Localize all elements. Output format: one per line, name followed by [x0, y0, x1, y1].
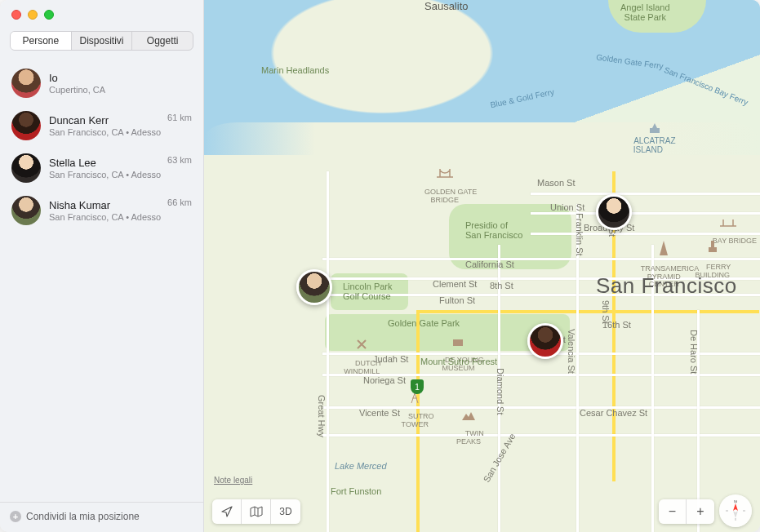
svg-marker-6: [462, 412, 475, 420]
svg-marker-4: [660, 241, 668, 255]
map-icon: [250, 506, 263, 517]
poi-marin: Marin Headlands: [261, 65, 329, 75]
street-label: Clement St: [433, 279, 477, 289]
locate-icon: [221, 506, 233, 517]
poi-merced: Lake Merced: [335, 461, 387, 471]
list-item-body: Duncan Kerr San Francisco, CA • Adesso: [49, 114, 162, 138]
street-label: Valencia St: [567, 329, 576, 374]
poi-fort-funston: Fort Funston: [331, 486, 381, 496]
poi-alcatraz: ALCATRAZ ISLAND: [620, 114, 676, 163]
street-label: Cesar Chavez St: [580, 408, 647, 418]
street-label: Vicente St: [359, 408, 400, 418]
svg-text:N: N: [734, 500, 737, 503]
person-name: Duncan Kerr: [49, 114, 162, 128]
list-item[interactable]: Duncan Kerr San Francisco, CA • Adesso 6…: [7, 104, 197, 147]
landmark-icon: [648, 123, 661, 135]
landmark-icon: [659, 241, 669, 255]
map-pin-person[interactable]: [296, 269, 332, 305]
list-item[interactable]: Nisha Kumar San Francisco, CA • Adesso 6…: [7, 189, 197, 232]
list-item[interactable]: Stella Lee San Francisco, CA • Adesso 63…: [7, 147, 197, 189]
map-pin-person[interactable]: [527, 323, 563, 359]
street-label: Mason St: [537, 178, 575, 188]
minimize-window-button[interactable]: [28, 10, 38, 20]
svg-marker-1: [652, 123, 657, 128]
street: [322, 434, 760, 437]
avatar: [596, 194, 632, 230]
tab-devices[interactable]: Dispositivi: [72, 32, 133, 50]
svg-rect-0: [650, 128, 660, 133]
peak-icon: [462, 412, 475, 420]
street: [327, 171, 329, 532]
poi-angel: Angel Island State Park: [620, 2, 670, 22]
map-view[interactable]: Sausalito Marin Headlands Angel Island S…: [204, 0, 760, 532]
street: [531, 193, 760, 195]
poi-lincoln: Lincoln Park Golf Course: [343, 282, 393, 301]
poi-sutro-forest: Mount Sutro Forest: [420, 357, 497, 366]
avatar: [11, 111, 41, 140]
sidebar-footer: + Condividi la mia posizione: [0, 502, 203, 532]
list-item-body: Nisha Kumar San Francisco, CA • Adesso: [49, 199, 162, 223]
poi-sausalito: Sausalito: [424, 0, 468, 12]
street-label: Franklin St: [575, 213, 584, 256]
street-label: Judah St: [373, 354, 408, 364]
avatar: [527, 323, 563, 359]
locate-button[interactable]: [212, 499, 242, 524]
compass-icon: N: [725, 500, 746, 521]
svg-rect-3: [711, 241, 714, 247]
route-horizontal: [416, 310, 759, 313]
avatar: [11, 196, 41, 225]
street-label: Great Hwy: [317, 395, 327, 437]
zoom-in-button[interactable]: +: [687, 499, 714, 524]
avatar: [11, 69, 41, 98]
sidebar: Persone Dispositivi Oggetti Io Cupertino…: [0, 0, 204, 532]
compass-button[interactable]: N: [719, 494, 752, 527]
poi-presidio: Presidio of San Francisco: [465, 220, 522, 240]
person-sub: San Francisco, CA • Adesso: [49, 212, 162, 222]
list-item-body: Io Cupertino, CA: [49, 72, 187, 95]
tab-segmented-control: Persone Dispositivi Oggetti: [10, 31, 193, 51]
window-controls: [0, 0, 203, 26]
legal-link[interactable]: Note legali: [214, 476, 252, 485]
list-item-body: Stella Lee San Francisco, CA • Adesso: [49, 157, 162, 180]
poi-golden-gate-bridge: GOLDEN GATE BRIDGE: [412, 151, 477, 212]
person-distance: 63 km: [167, 153, 192, 165]
tab-items[interactable]: Oggetti: [132, 32, 193, 50]
share-label: Condividi la mia posizione: [26, 511, 140, 522]
poi-twin-peaks: TWIN PEAKS: [453, 396, 484, 454]
share-location-button[interactable]: + Condividi la mia posizione: [10, 511, 140, 522]
plus-icon: +: [10, 511, 21, 522]
people-list: Io Cupertino, CA Duncan Kerr San Francis…: [0, 59, 203, 502]
map-pin-person[interactable]: [596, 194, 632, 230]
person-distance: 66 km: [167, 196, 192, 207]
poi-ggpark: Golden Gate Park: [388, 318, 460, 328]
list-item[interactable]: Io Cupertino, CA: [7, 62, 197, 104]
tab-people[interactable]: Persone: [11, 32, 72, 50]
landmark-icon: [452, 337, 464, 347]
street-label: Fulton St: [439, 295, 475, 305]
map-layers-button[interactable]: [242, 499, 271, 524]
street-label: California St: [465, 259, 514, 269]
avatar: [296, 269, 332, 305]
zoom-out-button[interactable]: −: [659, 499, 687, 524]
map-3d-button[interactable]: 3D: [271, 499, 300, 524]
street-label: De Haro St: [689, 330, 699, 374]
person-name: Nisha Kumar: [49, 199, 162, 213]
poi-de-young: DE YOUNG MUSEUM: [433, 321, 484, 380]
street-label: 9th St: [601, 300, 611, 324]
bridge-icon: [437, 167, 453, 179]
zoom-control: − +: [659, 499, 714, 524]
map-toolbar: 3D: [212, 499, 300, 524]
avatar: [11, 153, 41, 183]
fullscreen-window-button[interactable]: [44, 10, 54, 20]
person-sub: San Francisco, CA • Adesso: [49, 170, 162, 180]
street-label: Noriega St: [363, 375, 406, 385]
street-label: 8th St: [490, 281, 513, 290]
route-shield-1: 1: [411, 379, 424, 394]
person-sub: Cupertino, CA: [49, 85, 187, 95]
svg-marker-13: [733, 511, 738, 518]
person-sub: San Francisco, CA • Adesso: [49, 127, 162, 137]
person-name: Io: [49, 72, 187, 86]
close-window-button[interactable]: [11, 10, 21, 20]
street-label: Diamond St: [496, 368, 505, 415]
svg-rect-5: [453, 339, 463, 346]
